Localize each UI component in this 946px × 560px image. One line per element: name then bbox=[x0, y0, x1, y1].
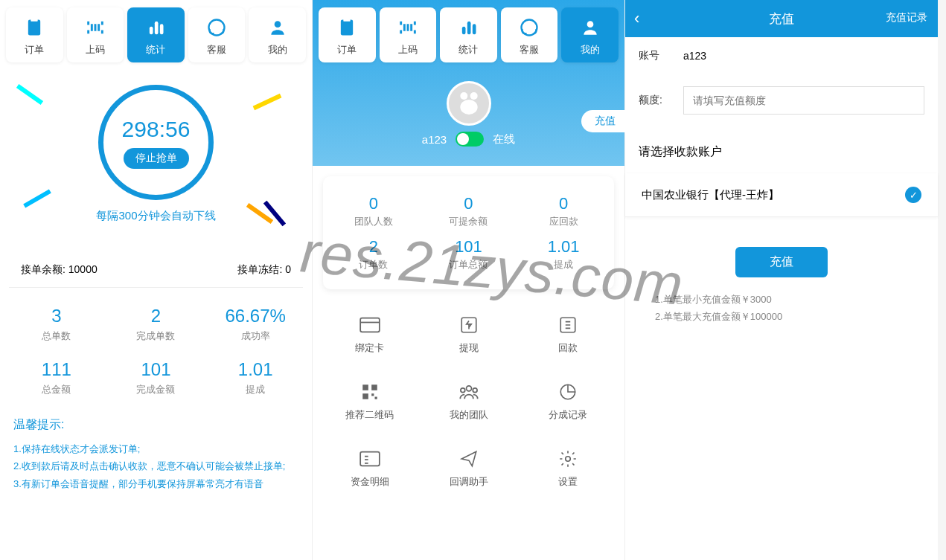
status-text: 在线 bbox=[493, 132, 515, 147]
panel-recharge: ‹ 充值 充值记录 账号 a123 额度: 请选择收款账户 中国农业银行【代理-… bbox=[625, 0, 938, 560]
online-switch[interactable] bbox=[456, 132, 484, 147]
limits-info: 1.单笔最小充值金额￥3000 2.单笔最大充值金额￥100000 bbox=[625, 291, 938, 326]
svg-rect-2 bbox=[150, 27, 153, 35]
avatar[interactable] bbox=[447, 81, 491, 126]
balance-left: 接单余额: 10000 bbox=[21, 263, 98, 277]
account-row: 账号 a123 bbox=[625, 37, 938, 74]
timer-section: 298:56 停止抢单 每隔300分钟会自动下线 bbox=[0, 62, 312, 238]
tab-label: 客服 bbox=[207, 43, 226, 57]
headset-icon bbox=[517, 15, 542, 40]
limit-line: 1.单笔最小充值金额￥3000 bbox=[655, 291, 908, 308]
tab-profile[interactable]: 我的 bbox=[249, 7, 306, 62]
tab-support[interactable]: 客服 bbox=[188, 7, 246, 62]
svg-point-28 bbox=[473, 388, 477, 393]
tab-label: 订单 bbox=[337, 43, 357, 57]
headset-icon bbox=[204, 15, 229, 40]
tip-line: 1.保持在线状态才会派发订单; bbox=[13, 440, 298, 457]
tab-stats[interactable]: 统计 bbox=[440, 7, 497, 62]
svg-rect-10 bbox=[467, 22, 471, 35]
svg-rect-21 bbox=[362, 384, 368, 390]
svg-rect-11 bbox=[473, 24, 476, 34]
svg-point-6 bbox=[274, 21, 281, 28]
profile-stats: 0团队人数 0可提余额 0应回款 2订单数 101订单总额 1.01提成 bbox=[323, 176, 614, 289]
nav-tabs-1: 订单 上码 统计 客服 我的 bbox=[0, 0, 312, 62]
tip-line: 3.有新订单会语音提醒，部分手机要保持屏幕常亮才有语音 bbox=[13, 475, 298, 492]
bank-option[interactable]: 中国农业银行【代理-王炸】 ✓ bbox=[625, 173, 938, 217]
timer-value: 298:56 bbox=[122, 117, 191, 142]
menu-callback[interactable]: 回调助手 bbox=[419, 438, 518, 499]
gear-icon bbox=[518, 448, 617, 469]
stat-cell: 101完成金额 bbox=[109, 353, 204, 402]
stat-cell: 0团队人数 bbox=[326, 190, 421, 233]
recharge-pill-button[interactable]: 充值 bbox=[581, 110, 626, 132]
barcode-icon bbox=[83, 15, 108, 40]
stats-grid: 3总单数 2完成单数 66.67%成功率 111总金额 101完成金额 1.01… bbox=[0, 288, 312, 408]
stat-cell: 3总单数 bbox=[9, 300, 104, 349]
panel-stats: 订单 上码 统计 客服 我的 298:56 停止抢单 每隔300分钟会自动下线 … bbox=[0, 0, 313, 560]
balance-right: 接单冻结: 0 bbox=[237, 263, 291, 277]
menu-grid: 绑定卡 提现 回款 推荐二维码 我的团队 分成记录 资金明细 回调助手 设置 bbox=[313, 289, 624, 514]
bank-name: 中国农业银行【代理-王炸】 bbox=[642, 188, 779, 202]
back-button[interactable]: ‹ bbox=[634, 9, 639, 28]
tab-label: 上码 bbox=[398, 43, 418, 57]
funds-icon bbox=[320, 448, 419, 469]
balance-row: 接单余额: 10000 接单冻结: 0 bbox=[9, 253, 303, 288]
account-value: a123 bbox=[683, 50, 706, 62]
team-icon bbox=[419, 382, 518, 402]
recharge-submit-button[interactable]: 充值 bbox=[735, 247, 828, 277]
stat-cell: 1.01提成 bbox=[516, 233, 611, 276]
tab-label: 我的 bbox=[581, 43, 600, 57]
timer-circle: 298:56 停止抢单 bbox=[98, 85, 214, 200]
amount-input[interactable] bbox=[683, 86, 924, 115]
record-link[interactable]: 充值记录 bbox=[886, 11, 927, 25]
amount-row: 额度: bbox=[625, 74, 938, 126]
menu-commission[interactable]: 分成记录 bbox=[518, 371, 617, 432]
svg-rect-24 bbox=[371, 393, 374, 396]
menu-qrcode[interactable]: 推荐二维码 bbox=[320, 371, 419, 432]
menu-team[interactable]: 我的团队 bbox=[419, 371, 518, 432]
page-title: 充值 bbox=[769, 10, 794, 28]
nav-tabs-2: 订单 上码 统计 客服 我的 bbox=[313, 0, 624, 62]
tips-title: 温馨提示: bbox=[13, 417, 298, 433]
svg-point-13 bbox=[587, 21, 593, 28]
tab-orders[interactable]: 订单 bbox=[6, 7, 63, 62]
qr-icon bbox=[320, 382, 419, 402]
tab-upload[interactable]: 上码 bbox=[380, 7, 437, 62]
svg-rect-7 bbox=[341, 20, 353, 36]
menu-repay[interactable]: 回款 bbox=[518, 304, 617, 365]
check-icon: ✓ bbox=[905, 187, 921, 203]
svg-rect-4 bbox=[160, 24, 164, 34]
send-icon bbox=[419, 448, 518, 469]
tab-upload[interactable]: 上码 bbox=[67, 7, 124, 62]
tips-section: 温馨提示: 1.保持在线状态才会派发订单; 2.收到款后请及时点击确认收款，恶意… bbox=[0, 408, 312, 501]
barcode-icon bbox=[395, 15, 421, 40]
repay-icon bbox=[518, 315, 617, 335]
stat-cell: 2完成单数 bbox=[109, 300, 204, 349]
stop-grab-button[interactable]: 停止抢单 bbox=[124, 148, 189, 169]
svg-rect-8 bbox=[344, 19, 351, 22]
tab-profile[interactable]: 我的 bbox=[561, 7, 619, 62]
limit-line: 2.单笔最大充值金额￥100000 bbox=[655, 308, 908, 325]
tab-stats[interactable]: 统计 bbox=[127, 7, 185, 62]
svg-point-31 bbox=[565, 457, 570, 462]
svg-rect-9 bbox=[462, 27, 466, 35]
tab-label: 统计 bbox=[458, 43, 478, 57]
clipboard-icon bbox=[22, 15, 47, 40]
user-icon bbox=[265, 15, 290, 40]
recharge-header: ‹ 充值 充值记录 bbox=[625, 0, 938, 37]
tab-support[interactable]: 客服 bbox=[501, 7, 558, 62]
profile-header: 订单 上码 统计 客服 我的 充值 a123 在线 bbox=[313, 0, 624, 166]
stat-cell: 0可提余额 bbox=[421, 190, 517, 233]
svg-rect-30 bbox=[360, 452, 380, 466]
menu-funds[interactable]: 资金明细 bbox=[320, 438, 419, 499]
svg-rect-0 bbox=[28, 20, 40, 36]
tab-label: 订单 bbox=[25, 43, 44, 57]
user-icon bbox=[578, 15, 603, 40]
menu-bind-card[interactable]: 绑定卡 bbox=[320, 304, 419, 365]
menu-withdraw[interactable]: 提现 bbox=[419, 304, 518, 365]
card-icon bbox=[320, 315, 419, 335]
menu-settings[interactable]: 设置 bbox=[518, 438, 617, 499]
svg-point-16 bbox=[460, 100, 477, 115]
svg-rect-17 bbox=[360, 318, 380, 332]
tab-orders[interactable]: 订单 bbox=[319, 7, 376, 62]
